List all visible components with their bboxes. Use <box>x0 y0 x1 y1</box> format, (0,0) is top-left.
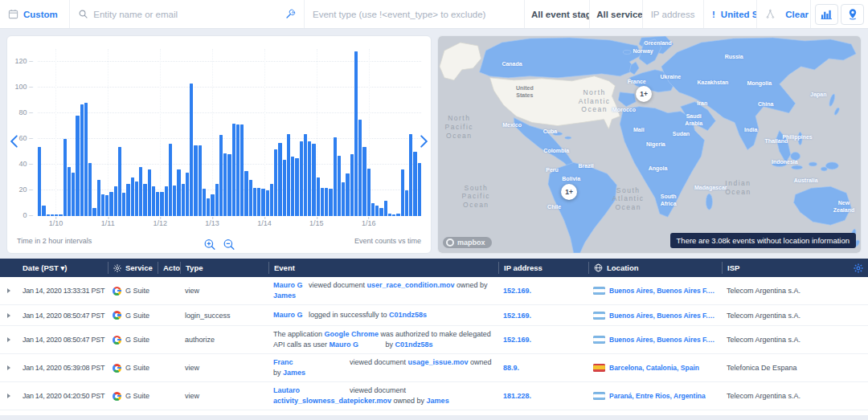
event-link[interactable]: Google Chrome <box>325 330 379 338</box>
event-link[interactable]: C01ndz58s <box>395 340 433 349</box>
country-label: Angola <box>649 165 668 172</box>
actor-column-header[interactable]: Actor ... <box>158 262 180 274</box>
ip-address-placeholder: IP address <box>651 10 695 19</box>
event-column-header[interactable]: Event <box>268 262 498 274</box>
cell-service: G Suite <box>108 285 158 297</box>
ar-flag-icon <box>593 287 605 295</box>
event-link[interactable]: Lautaro <box>273 385 350 396</box>
type-column-header[interactable]: Type <box>180 262 268 274</box>
chart-bar <box>270 184 273 216</box>
chart-bar <box>59 214 62 216</box>
chevron-right-icon <box>420 134 428 149</box>
ar-flag-icon <box>593 312 605 320</box>
chart-bar <box>72 173 75 216</box>
event-link[interactable]: Mauro G <box>273 310 309 320</box>
services-dropdown[interactable]: All services▾ <box>590 0 642 28</box>
cell-location[interactable]: Paraná, Entre Rios, Argentina <box>588 390 722 402</box>
cell-ip-address[interactable]: 152.169. <box>498 310 588 321</box>
event-link[interactable]: Mauro G <box>330 340 386 350</box>
chart-bar <box>80 104 84 216</box>
table-row[interactable]: Jan 14, 2020 05:39:08 PSTG SuiteviewFran… <box>0 354 868 382</box>
chart-bar <box>122 193 125 216</box>
table-row[interactable]: Jan 14, 2020 04:20:50 PSTG SuiteviewLaut… <box>0 382 868 410</box>
table-settings-button[interactable] <box>849 262 868 274</box>
country-label: Madagascar <box>694 185 727 192</box>
cell-location[interactable]: Barcelona, Catalonia, Spain <box>588 362 722 373</box>
service-column-header[interactable]: Service <box>108 262 158 274</box>
us-label: United States <box>516 85 534 100</box>
ip-address-input[interactable]: IP address <box>643 0 704 28</box>
chart-bar <box>148 169 151 216</box>
country-filter-chip[interactable]: ! United Sta <box>704 0 757 28</box>
event-type-input[interactable]: Event type (use !<event_type> to exclude… <box>305 0 525 28</box>
expander-column-header <box>0 262 18 274</box>
table-row[interactable]: Jan 14, 2020 08:50:47 PSTG Suiteauthoriz… <box>0 326 868 354</box>
row-expander[interactable] <box>0 365 18 370</box>
event-link[interactable]: Mauro G <box>273 280 309 291</box>
chart-plot-area[interactable] <box>38 49 421 216</box>
cell-ip-address[interactable]: 181.228. <box>498 390 588 402</box>
event-link[interactable]: James <box>427 397 449 405</box>
date-range-selector[interactable]: Custom <box>0 0 70 28</box>
cluster-marker[interactable]: 1+ <box>636 86 652 102</box>
country-label: Philippines <box>782 133 812 141</box>
clear-filters-button[interactable]: Clear <box>784 0 810 28</box>
x-tick-label: 1/12 <box>153 219 167 227</box>
wrench-icon[interactable] <box>285 9 296 19</box>
chart-bar <box>97 180 100 216</box>
event-link[interactable]: usage_issue.mov <box>408 358 469 366</box>
event-link[interactable]: James <box>273 292 296 300</box>
chart-bar <box>42 206 45 216</box>
cluster-marker[interactable]: 1+ <box>561 184 577 200</box>
row-expander[interactable] <box>0 393 18 398</box>
expand-triangle-icon <box>7 313 10 318</box>
cell-location[interactable]: Buenos Aires, Buenos Aires F.D., Argenti… <box>588 334 722 345</box>
country-label: Morocco <box>612 106 636 113</box>
mapbox-attribution[interactable]: mapbox <box>443 237 492 248</box>
event-link[interactable]: user_race_condition.mov <box>367 281 455 289</box>
event-stages-dropdown[interactable]: All event stages▾ <box>525 0 590 28</box>
chart-bar <box>152 186 155 216</box>
event-link[interactable]: activity_slowness_datepicker.mov <box>273 397 391 405</box>
event-link[interactable]: C01ndz58s <box>389 311 427 319</box>
cell-ip-address[interactable]: 152.169. <box>498 334 588 345</box>
table-row[interactable]: Jan 13, 2020 09:53:53 PSTG SuiteviewFran… <box>0 410 868 415</box>
route-tool-button[interactable] <box>757 0 784 28</box>
event-link[interactable]: Franc <box>273 414 350 415</box>
y-tick-label: 0 <box>23 211 33 219</box>
cell-date: Jan 14, 2020 05:39:08 PST <box>18 362 108 373</box>
cell-date: Jan 14, 2020 04:20:50 PST <box>18 390 108 402</box>
location-column-header[interactable]: Location <box>588 262 722 274</box>
event-link[interactable]: Franc <box>273 357 350 368</box>
row-expander[interactable] <box>0 288 18 293</box>
ip-column-header[interactable]: IP address <box>498 262 588 274</box>
map-view-button[interactable] <box>841 4 864 25</box>
country-label: Greenland <box>644 40 672 47</box>
date-range-value: Custom <box>23 10 58 19</box>
cell-ip-address[interactable]: 152.169. <box>498 285 588 296</box>
country-label: France <box>628 78 646 85</box>
row-expander[interactable] <box>0 313 18 318</box>
chart-view-button[interactable] <box>815 4 838 25</box>
table-row[interactable]: Jan 14, 2020 13:33:31 PSTG SuiteviewMaur… <box>0 277 868 305</box>
chart-pan-left-button[interactable] <box>10 134 18 149</box>
zoom-in-button[interactable] <box>203 239 215 251</box>
cell-location[interactable]: Buenos Aires, Buenos Aires F.D., Argenti… <box>588 310 722 321</box>
chart-bar <box>169 144 172 216</box>
location-text: Barcelona, Catalonia, Spain <box>609 364 699 372</box>
chart-x-label: Time in 2 hour intervals <box>17 237 92 245</box>
chevron-left-icon <box>10 134 18 149</box>
row-expander[interactable] <box>0 337 18 342</box>
chart-bar <box>257 188 260 216</box>
cell-ip-address[interactable]: 88.9. <box>498 362 588 373</box>
isp-column-header[interactable]: ISP <box>722 262 849 274</box>
zoom-out-button[interactable] <box>223 239 235 251</box>
date-column-header[interactable]: Date (PST ▾) <box>18 262 108 274</box>
cell-location[interactable]: Buenos Aires, Buenos Aires F.D., Argenti… <box>588 285 722 296</box>
cell-spacer <box>849 314 868 317</box>
table-row[interactable]: Jan 14, 2020 08:50:47 PSTG Suitelogin_su… <box>0 305 868 326</box>
event-link[interactable]: James <box>283 369 305 377</box>
chart-pan-right-button[interactable] <box>420 134 428 149</box>
entity-search-input[interactable]: Entity name or email <box>70 0 305 28</box>
chart-yaxis: 020406080100120 <box>10 49 35 216</box>
